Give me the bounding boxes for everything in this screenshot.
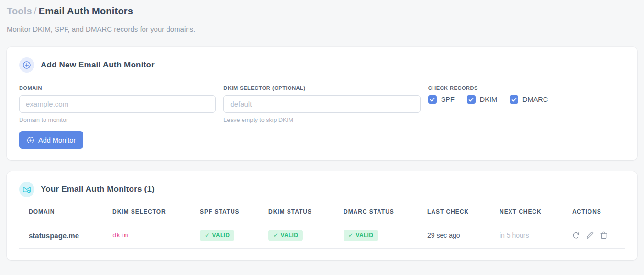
spf-checkbox-label: SPF [441, 96, 455, 103]
spf-checkbox-box[interactable] [428, 95, 437, 104]
add-monitor-card-title: Add New Email Auth Monitor [41, 60, 155, 70]
dmarc-status-badge: ✓ VALID [344, 230, 378, 241]
edit-pencil-icon[interactable] [586, 231, 594, 239]
check-records-options: SPF DKIM DMARC [428, 95, 625, 104]
column-header-spf-status: SPF STATUS [200, 207, 268, 222]
breadcrumb: Tools/Email Auth Monitors [7, 6, 637, 17]
mail-check-icon [19, 182, 34, 197]
domain-field-group: DOMAIN Domain to monitor [19, 85, 216, 123]
check-icon: ✓ [273, 232, 278, 239]
check-icon: ✓ [205, 232, 210, 239]
add-monitor-button[interactable]: Add Monitor [19, 131, 83, 149]
add-monitor-form: DOMAIN Domain to monitor DKIM SELECTOR (… [19, 85, 625, 123]
refresh-icon[interactable] [572, 231, 580, 239]
dkim-selector-field-hint: Leave empty to skip DKIM [223, 117, 420, 123]
column-header-dkim-selector: DKIM SELECTOR [112, 207, 200, 222]
check-records-label: CHECK RECORDS [428, 85, 625, 91]
add-monitor-button-label: Add Monitor [38, 136, 76, 144]
column-header-last-check: LAST CHECK [427, 207, 500, 222]
trash-icon[interactable] [600, 231, 608, 239]
dkim-checkbox-label: DKIM [480, 96, 497, 103]
breadcrumb-tools-link[interactable]: Tools [7, 6, 32, 16]
column-header-next-check: NEXT CHECK [500, 207, 572, 222]
plus-circle-icon [27, 136, 34, 144]
add-monitor-card-header: Add New Email Auth Monitor [19, 57, 625, 73]
dmarc-checkbox-label: DMARC [522, 96, 548, 103]
page-title: Email Auth Monitors [39, 6, 133, 16]
domain-field-label: DOMAIN [19, 85, 216, 91]
dmarc-status-text: VALID [355, 232, 373, 239]
spf-status-badge: ✓ VALID [200, 230, 234, 241]
spf-status-text: VALID [212, 232, 230, 239]
monitor-row: statuspage.me dkim ✓ VALID ✓ VALID [19, 222, 625, 249]
check-records-group: CHECK RECORDS SPF DKIM [428, 85, 625, 123]
dkim-selector-input[interactable] [223, 95, 420, 113]
monitors-list-card: Your Email Auth Monitors (1) DOMAIN DKIM… [7, 171, 637, 260]
monitors-table-header-row: DOMAIN DKIM SELECTOR SPF STATUS DKIM STA… [19, 207, 625, 222]
column-header-actions: ACTIONS [572, 207, 625, 222]
monitors-list-card-title: Your Email Auth Monitors (1) [41, 185, 155, 194]
monitor-actions [572, 231, 621, 239]
dkim-status-badge: ✓ VALID [268, 230, 303, 241]
dkim-selector-field-label: DKIM SELECTOR (OPTIONAL) [223, 85, 420, 91]
dmarc-checkbox[interactable]: DMARC [510, 95, 548, 104]
monitor-dkim-selector: dkim [112, 222, 200, 249]
plus-circle-icon [19, 57, 34, 73]
domain-input[interactable] [19, 95, 216, 113]
monitors-table: DOMAIN DKIM SELECTOR SPF STATUS DKIM STA… [19, 207, 625, 249]
domain-field-hint: Domain to monitor [19, 117, 216, 123]
breadcrumb-separator: / [32, 6, 39, 16]
dkim-selector-field-group: DKIM SELECTOR (OPTIONAL) Leave empty to … [223, 85, 420, 123]
column-header-domain: DOMAIN [19, 207, 112, 222]
dkim-checkbox[interactable]: DKIM [467, 95, 497, 104]
spf-checkbox[interactable]: SPF [428, 95, 455, 104]
monitor-next-check: in 5 hours [500, 222, 572, 249]
column-header-dmarc-status: DMARC STATUS [344, 207, 427, 222]
monitors-list-card-header: Your Email Auth Monitors (1) [19, 182, 625, 197]
monitor-domain: statuspage.me [19, 222, 112, 249]
column-header-dkim-status: DKIM STATUS [268, 207, 344, 222]
dmarc-checkbox-box[interactable] [510, 95, 518, 104]
add-monitor-card: Add New Email Auth Monitor DOMAIN Domain… [7, 47, 637, 160]
monitor-last-check: 29 sec ago [427, 222, 500, 249]
check-icon: ✓ [348, 232, 353, 239]
dkim-status-text: VALID [280, 232, 298, 239]
dkim-checkbox-box[interactable] [467, 95, 476, 104]
email-auth-monitors-page: Tools/Email Auth Monitors Monitor DKIM, … [0, 0, 644, 260]
page-subtitle: Monitor DKIM, SPF, and DMARC records for… [7, 25, 637, 33]
